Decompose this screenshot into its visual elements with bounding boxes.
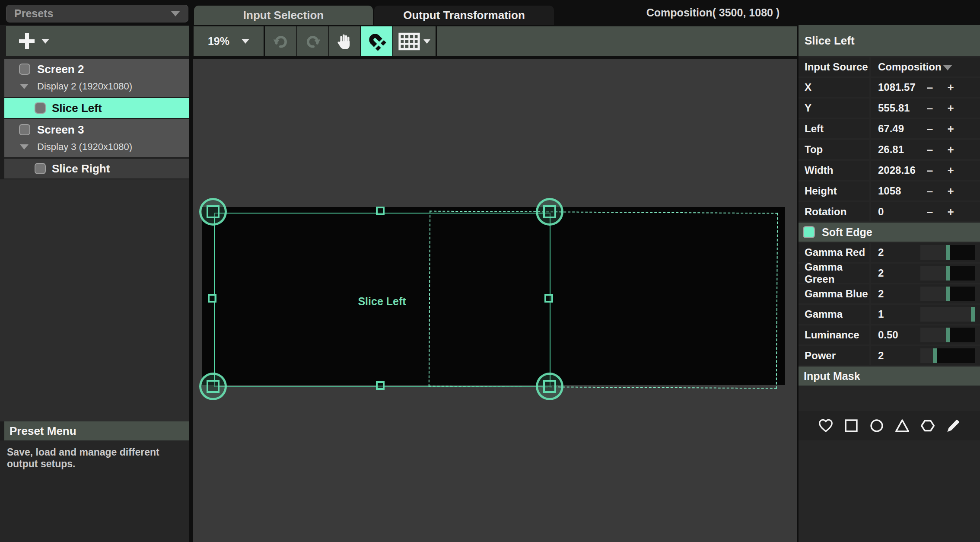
collapse-triangle-icon[interactable] (20, 144, 29, 150)
tree-empty-area (0, 179, 189, 421)
power-field: 2 (871, 346, 980, 365)
input-source-dropdown[interactable]: Composition (871, 57, 980, 77)
redo-button[interactable] (297, 26, 328, 56)
undo-button[interactable] (265, 26, 296, 56)
slider-handle[interactable] (971, 307, 975, 322)
collapse-triangle-icon[interactable] (20, 84, 29, 89)
left-increment-button[interactable]: + (945, 119, 957, 138)
add-menu-caret-icon[interactable] (41, 39, 49, 44)
display-2-label: Display 2 (1920x1080) (37, 81, 132, 92)
inspector-title-label: Slice Left (805, 34, 855, 48)
slider-fill (920, 245, 948, 260)
square-mask-icon[interactable] (843, 418, 859, 434)
gamma-red-value[interactable]: 2 (878, 243, 884, 262)
tree-item-slice-right[interactable]: Slice Right (4, 159, 189, 179)
gamma-value[interactable]: 1 (878, 305, 884, 324)
gamma-blue-value[interactable]: 2 (878, 284, 884, 303)
handle-bottom-center[interactable] (376, 381, 385, 390)
height-increment-button[interactable]: + (945, 182, 957, 201)
left-value[interactable]: 67.49 (878, 119, 904, 138)
width-label: Width (799, 161, 869, 180)
soft-edge-checkbox[interactable] (803, 226, 815, 238)
presets-dropdown[interactable]: Presets (6, 5, 188, 22)
chevron-down-icon (242, 39, 249, 44)
preset-menu-description: Save, load and manage different output s… (0, 440, 189, 476)
left-decrement-button[interactable]: – (924, 119, 936, 138)
add-icon[interactable] (19, 33, 35, 49)
handle-bottom-left[interactable] (199, 373, 227, 400)
presets-label: Presets (14, 7, 53, 20)
gamma-blue-field: 2 (871, 284, 980, 303)
luminance-value[interactable]: 0.50 (878, 325, 898, 344)
screen-3-label: Screen 3 (37, 123, 84, 137)
slice-left-checkbox[interactable] (35, 102, 46, 114)
add-screen-bar (6, 26, 189, 56)
snap-magnet-button[interactable] (361, 26, 392, 56)
x-field: 1081.57 – + (871, 78, 980, 97)
top-value[interactable]: 26.81 (878, 140, 904, 159)
rotation-decrement-button[interactable]: – (924, 202, 936, 221)
width-field: 2028.16 – + (871, 161, 980, 180)
rotation-field: 0 – + (871, 202, 980, 221)
width-value[interactable]: 2028.16 (878, 161, 916, 180)
top-increment-button[interactable]: + (945, 140, 957, 159)
screen-2-checkbox[interactable] (19, 64, 30, 75)
tree-group-screen-3[interactable]: Screen 3 Display 3 (1920x1080) (4, 119, 189, 157)
x-label: X (799, 78, 869, 97)
power-slider[interactable] (920, 348, 975, 363)
tree-group-screen-2[interactable]: Screen 2 Display 2 (1920x1080) (4, 59, 189, 97)
height-label: Height (799, 182, 869, 201)
power-value[interactable]: 2 (878, 346, 884, 365)
top-decrement-button[interactable]: – (924, 140, 936, 159)
y-increment-button[interactable]: + (945, 99, 957, 118)
handle-bottom-right[interactable] (536, 373, 563, 400)
tab-output-transformation[interactable]: Output Transformation (374, 6, 554, 25)
gamma-green-value[interactable]: 2 (878, 264, 884, 283)
screen-3-checkbox[interactable] (19, 124, 30, 135)
slider-handle[interactable] (946, 328, 950, 342)
output-canvas[interactable]: Slice Left (193, 59, 797, 542)
rotation-increment-button[interactable]: + (945, 202, 957, 221)
gamma-blue-slider[interactable] (920, 287, 975, 301)
pencil-edit-icon[interactable] (945, 418, 961, 434)
slider-fill (920, 287, 948, 301)
screen-2-line: Screen 2 (4, 60, 189, 79)
gamma-slider[interactable] (920, 307, 975, 322)
slider-handle[interactable] (946, 245, 950, 260)
zoom-level-dropdown[interactable]: 19% (194, 26, 264, 56)
x-decrement-button[interactable]: – (924, 78, 936, 97)
circle-mask-icon[interactable] (869, 418, 885, 434)
handle-top-left[interactable] (199, 198, 227, 226)
y-value[interactable]: 555.81 (878, 99, 910, 118)
preset-menu-description-area: Save, load and manage different output s… (0, 440, 189, 542)
grid-options-button[interactable] (393, 26, 436, 56)
tree-item-slice-left[interactable]: Slice Left (4, 98, 189, 118)
heart-mask-icon[interactable] (818, 418, 834, 434)
hexagon-mask-icon[interactable] (920, 418, 936, 434)
tab-output-transformation-label: Output Transformation (403, 9, 525, 22)
slice-right-checkbox[interactable] (35, 163, 46, 174)
width-decrement-button[interactable]: – (924, 161, 936, 180)
handle-top-center[interactable] (376, 207, 385, 215)
pan-hand-button[interactable] (329, 26, 360, 56)
slider-handle[interactable] (946, 287, 950, 301)
gamma-blue-label: Gamma Blue (799, 284, 869, 303)
gamma-red-slider[interactable] (920, 245, 975, 260)
height-value[interactable]: 1058 (878, 182, 901, 201)
rotation-value[interactable]: 0 (878, 202, 884, 221)
y-decrement-button[interactable]: – (924, 99, 936, 118)
width-increment-button[interactable]: + (945, 161, 957, 180)
slider-handle[interactable] (946, 266, 950, 281)
slider-handle[interactable] (933, 348, 937, 363)
gamma-green-slider[interactable] (920, 266, 975, 281)
triangle-mask-icon[interactable] (894, 418, 910, 434)
x-value[interactable]: 1081.57 (878, 78, 916, 97)
height-decrement-button[interactable]: – (924, 182, 936, 201)
luminance-slider[interactable] (920, 328, 975, 342)
x-increment-button[interactable]: + (945, 78, 957, 97)
handle-middle-left[interactable] (208, 294, 216, 303)
handle-top-right[interactable] (536, 198, 563, 226)
top-label: Top (799, 140, 869, 159)
tab-input-selection[interactable]: Input Selection (194, 6, 373, 25)
handle-middle-right[interactable] (544, 294, 553, 303)
